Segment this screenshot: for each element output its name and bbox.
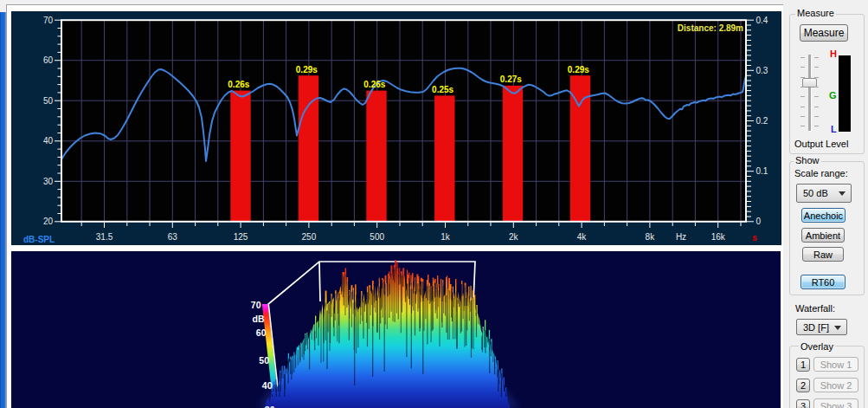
svg-text:2k: 2k [509, 232, 519, 242]
svg-text:0.2: 0.2 [756, 116, 768, 126]
svg-text:500: 500 [370, 232, 384, 242]
svg-text:4k: 4k [577, 232, 588, 242]
svg-text:Hz: Hz [676, 232, 686, 242]
svg-text:70: 70 [43, 16, 54, 25]
svg-text:0.1: 0.1 [756, 166, 768, 176]
svg-text:0.26s: 0.26s [228, 80, 249, 89]
svg-text:s: s [752, 233, 757, 243]
svg-text:20: 20 [43, 217, 54, 226]
svg-text:0.27s: 0.27s [500, 74, 522, 84]
svg-text:16k: 16k [711, 232, 726, 242]
svg-text:0.25s: 0.25s [432, 85, 453, 94]
svg-text:0: 0 [756, 217, 762, 226]
svg-text:50: 50 [43, 96, 54, 106]
svg-text:dB-SPL: dB-SPL [23, 235, 55, 244]
svg-text:31.5: 31.5 [96, 232, 113, 242]
svg-text:30: 30 [265, 405, 275, 408]
svg-text:60: 60 [43, 55, 54, 65]
svg-text:dB: dB [253, 314, 265, 324]
svg-text:0.29s: 0.29s [568, 65, 589, 74]
svg-text:1k: 1k [440, 232, 451, 242]
svg-text:60: 60 [256, 327, 267, 338]
svg-text:0.26s: 0.26s [363, 80, 385, 89]
svg-text:50: 50 [259, 355, 269, 366]
svg-text:250: 250 [302, 232, 317, 242]
svg-text:Distance: 2.89m: Distance: 2.89m [678, 23, 743, 33]
svg-text:125: 125 [234, 232, 248, 242]
svg-text:0.29s: 0.29s [296, 65, 318, 74]
svg-text:40: 40 [43, 136, 54, 146]
svg-text:30: 30 [43, 177, 54, 186]
svg-text:0.3: 0.3 [756, 66, 768, 75]
svg-text:0.4: 0.4 [756, 16, 768, 25]
svg-text:8k: 8k [646, 232, 656, 242]
svg-text:63: 63 [168, 232, 178, 242]
svg-text:40: 40 [262, 380, 273, 391]
svg-text:70: 70 [251, 300, 261, 310]
